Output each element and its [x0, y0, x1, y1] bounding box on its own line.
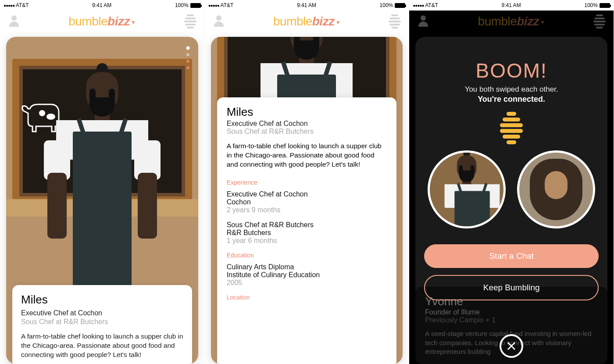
- carrier: ●●●●● AT&T: [4, 2, 29, 8]
- match-overlay: BOOM! You both swiped each other. You're…: [409, 32, 614, 364]
- battery: 100%: [175, 2, 201, 8]
- clock: 9:41 AM: [297, 2, 316, 8]
- keep-bumbling-button[interactable]: Keep Bumbling: [424, 275, 599, 300]
- profile-card[interactable]: Miles Executive Chef at Cochon Sous Chef…: [211, 37, 403, 364]
- status-bar: ●●●●● AT&T 9:41 AM 100%: [0, 0, 204, 11]
- experience-item: Executive Chef at Cochon Cochon 2 years …: [227, 190, 387, 214]
- profile-name: Miles: [21, 293, 183, 307]
- app-logo[interactable]: bumblebizz▼: [68, 14, 136, 29]
- screen-match: ●●●●● AT&T 9:41 AM 100% bumblebizz▼ Yvon…: [409, 0, 614, 364]
- profile-icon[interactable]: [8, 15, 20, 28]
- match-avatar-them: [517, 150, 595, 228]
- screen-profile-details: ●●●●● AT&T 9:41 AM 100% bumblebizz▼ Mile…: [205, 0, 410, 364]
- match-subline-2: You're connected.: [418, 95, 605, 104]
- profile-summary: Miles Executive Chef at Cochon Sous Chef…: [12, 285, 192, 364]
- filters-icon[interactable]: [184, 14, 196, 29]
- match-headline: BOOM!: [418, 59, 605, 82]
- app-logo: bumblebizz▼: [478, 14, 545, 29]
- profile-role-primary: Executive Chef at Cochon: [227, 120, 387, 128]
- app-header: bumblebizz▼: [409, 11, 614, 32]
- carrier: ●●●●● AT&T: [413, 2, 438, 8]
- profile-role-primary: Executive Chef at Cochon: [21, 309, 183, 317]
- profile-bio: A farm-to-table chef looking to launch a…: [21, 332, 183, 360]
- match-avatar-you: [428, 150, 506, 228]
- profile-bio: A farm-to-table chef looking to launch a…: [227, 142, 387, 169]
- section-location: Location: [227, 294, 387, 301]
- profile-card[interactable]: Miles Executive Chef at Cochon Sous Chef…: [6, 37, 198, 364]
- match-avatars: [418, 150, 605, 228]
- section-education: Education: [227, 252, 387, 259]
- battery: 100%: [584, 2, 610, 8]
- filters-icon: [593, 14, 606, 29]
- app-header: bumblebizz▼: [205, 11, 409, 32]
- carrier: ●●●●● AT&T: [208, 2, 234, 8]
- beehive-icon: [418, 112, 605, 144]
- clock: 9:41 AM: [92, 2, 111, 8]
- filters-icon[interactable]: [389, 14, 401, 29]
- photo-pagination[interactable]: [186, 46, 189, 69]
- section-experience: Experience: [227, 179, 387, 186]
- clock: 9:41 AM: [502, 2, 521, 8]
- app-header: bumblebizz▼: [0, 11, 204, 32]
- status-bar: ●●●●● AT&T 9:41 AM 100%: [409, 0, 614, 11]
- profile-role-secondary: Sous Chef at R&R Butchers: [227, 128, 387, 136]
- experience-item: Sous Chef at R&R Butchers R&R Butchers 1…: [227, 221, 387, 245]
- match-subline-1: You both swiped each other.: [418, 85, 605, 94]
- battery: 100%: [380, 2, 406, 8]
- start-chat-button[interactable]: Start a Chat: [424, 244, 599, 268]
- profile-role-secondary: Sous Chef at R&R Butchers: [21, 318, 183, 326]
- close-icon: [507, 341, 516, 351]
- profile-icon[interactable]: [213, 15, 225, 28]
- status-bar: ●●●●● AT&T 9:41 AM 100%: [205, 0, 409, 11]
- education-item: Culinary Arts Diploma Institute of Culin…: [227, 263, 387, 287]
- profile-detail-panel[interactable]: Miles Executive Chef at Cochon Sous Chef…: [217, 97, 397, 364]
- app-logo[interactable]: bumblebizz▼: [273, 14, 340, 29]
- close-button[interactable]: [500, 334, 523, 358]
- screen-profile-photo: ●●●●● AT&T 9:41 AM 100% bumblebizz▼: [0, 0, 205, 364]
- profile-icon: [417, 15, 429, 28]
- profile-name: Miles: [227, 105, 387, 119]
